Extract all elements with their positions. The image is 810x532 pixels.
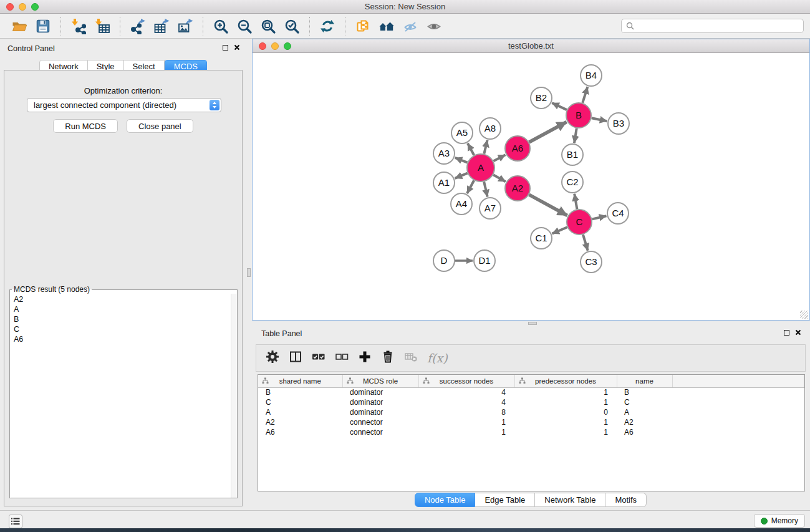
column-header-shared-name[interactable]: shared name: [258, 375, 342, 387]
zoom-in-icon[interactable]: [211, 17, 230, 36]
table-row[interactable]: A6connector11A6: [258, 427, 804, 437]
edge-A-A2[interactable]: [493, 175, 506, 181]
memory-button[interactable]: Memory: [754, 514, 805, 528]
create-column-plus-icon[interactable]: [358, 350, 372, 366]
show-column-pane-icon[interactable]: [289, 350, 302, 366]
mcds-result-item[interactable]: A: [14, 304, 233, 314]
edge-B-B1[interactable]: [574, 128, 577, 143]
clone-network-icon[interactable]: [354, 17, 372, 36]
edge-B-B2[interactable]: [552, 103, 567, 110]
close-panel-icon[interactable]: [795, 329, 801, 336]
close-panel-icon[interactable]: [234, 44, 240, 51]
edge-A-A6[interactable]: [493, 155, 505, 161]
table-cell[interactable]: dominator: [342, 397, 418, 407]
refresh-icon[interactable]: [318, 17, 337, 36]
table-cell[interactable]: 1: [514, 427, 617, 437]
unselect-all-columns-icon[interactable]: [335, 350, 349, 366]
open-session-icon[interactable]: [10, 17, 29, 36]
edge-B-B4[interactable]: [582, 87, 587, 103]
window-resize-grip[interactable]: [800, 311, 808, 319]
mcds-result-item[interactable]: C: [14, 324, 233, 334]
network-canvas[interactable]: B4B2BB3B1A5A8A6A3AA1A2C2A4A7C4CC1C3DD1: [253, 53, 809, 320]
zoom-fit-icon[interactable]: [259, 17, 277, 36]
table-cell[interactable]: 1: [514, 387, 617, 397]
zoom-selected-icon[interactable]: [282, 17, 301, 36]
edge-A-A1[interactable]: [455, 173, 468, 178]
tab-edge-table[interactable]: Edge Table: [475, 493, 535, 507]
export-image-icon[interactable]: [176, 17, 195, 36]
column-header-MCDS-role[interactable]: MCDS role: [342, 375, 418, 387]
table-cell[interactable]: C: [258, 397, 342, 407]
edge-A-A4[interactable]: [467, 180, 474, 193]
delete-rows-trash-icon[interactable]: [381, 350, 395, 366]
table-cell[interactable]: 8: [418, 407, 514, 417]
table-cell[interactable]: connector: [342, 417, 418, 427]
table-cell[interactable]: connector: [342, 427, 418, 437]
float-panel-icon[interactable]: [223, 45, 228, 51]
table-row[interactable]: Cdominator41C: [258, 397, 804, 407]
edge-A-A8[interactable]: [484, 140, 487, 153]
table-cell[interactable]: B: [258, 387, 342, 397]
table-cell[interactable]: 4: [418, 387, 514, 397]
column-header-predecessor-nodes[interactable]: predecessor nodes: [514, 375, 617, 387]
edge-B-B3[interactable]: [592, 118, 607, 121]
table-cell[interactable]: dominator: [342, 387, 418, 397]
table-cell[interactable]: dominator: [342, 407, 418, 417]
horizontal-splitter-grip[interactable]: [528, 322, 537, 325]
table-cell[interactable]: 0: [514, 407, 617, 417]
export-table-icon[interactable]: [152, 17, 171, 36]
edge-A-A7[interactable]: [484, 181, 488, 196]
float-panel-icon[interactable]: [784, 330, 789, 336]
edge-C-C1[interactable]: [552, 227, 567, 233]
horizontal-splitter[interactable]: [251, 321, 810, 326]
edge-A-A3[interactable]: [455, 158, 468, 163]
table-settings-gear-icon[interactable]: [266, 350, 279, 366]
table-cell[interactable]: A2: [258, 417, 342, 427]
table-cell[interactable]: A6: [617, 427, 672, 437]
table-row[interactable]: Bdominator41B: [258, 387, 804, 397]
table-cell[interactable]: 4: [418, 397, 514, 407]
edge-A2-C[interactable]: [529, 195, 567, 215]
search-input[interactable]: [637, 22, 803, 31]
save-session-icon[interactable]: [34, 17, 52, 36]
mcds-result-item[interactable]: B: [14, 314, 233, 324]
table-cell[interactable]: 1: [418, 417, 514, 427]
table-cell[interactable]: A: [617, 407, 672, 417]
edge-A6-B[interactable]: [529, 122, 566, 142]
vertical-splitter-grip[interactable]: [247, 268, 251, 277]
tab-motifs[interactable]: Motifs: [605, 493, 647, 507]
edge-A-A5[interactable]: [468, 143, 474, 155]
column-header-successor-nodes[interactable]: successor nodes: [418, 375, 514, 387]
result-scrollbar[interactable]: [231, 294, 237, 498]
table-row[interactable]: Adominator80A: [258, 407, 804, 417]
table-cell[interactable]: 1: [418, 427, 514, 437]
import-network-icon[interactable]: [69, 17, 88, 36]
tab-node-table[interactable]: Node Table: [415, 493, 476, 507]
edge-C-C4[interactable]: [592, 216, 606, 219]
select-all-columns-icon[interactable]: [312, 350, 325, 366]
import-table-icon[interactable]: [93, 17, 112, 36]
mcds-result-item[interactable]: A2: [14, 294, 233, 304]
export-network-icon[interactable]: [128, 17, 147, 36]
show-graphics-details-icon[interactable]: [425, 17, 443, 36]
zoom-out-icon[interactable]: [235, 17, 254, 36]
column-header-name[interactable]: name: [617, 375, 672, 387]
table-cell[interactable]: A2: [617, 417, 672, 427]
table-cell[interactable]: 1: [514, 417, 617, 427]
task-history-button[interactable]: [9, 515, 22, 528]
table-cell[interactable]: C: [617, 397, 672, 407]
optimization-criterion-dropdown[interactable]: largest connected component (directed): [27, 98, 221, 112]
table-cell[interactable]: B: [617, 387, 672, 397]
hide-graphics-details-icon[interactable]: [401, 17, 420, 36]
edge-C-C3[interactable]: [583, 235, 588, 251]
vertical-splitter[interactable]: [246, 39, 251, 510]
close-panel-button[interactable]: Close panel: [127, 119, 193, 133]
table-cell[interactable]: 1: [514, 397, 617, 407]
edge-C-C2[interactable]: [574, 194, 577, 210]
table-row[interactable]: A2connector11A2: [258, 417, 804, 427]
table-cell[interactable]: A: [258, 407, 342, 417]
mcds-result-item[interactable]: A6: [14, 334, 233, 344]
table-cell[interactable]: A6: [258, 427, 342, 437]
home-networks-icon[interactable]: [377, 17, 396, 36]
tab-network-table[interactable]: Network Table: [535, 493, 605, 507]
